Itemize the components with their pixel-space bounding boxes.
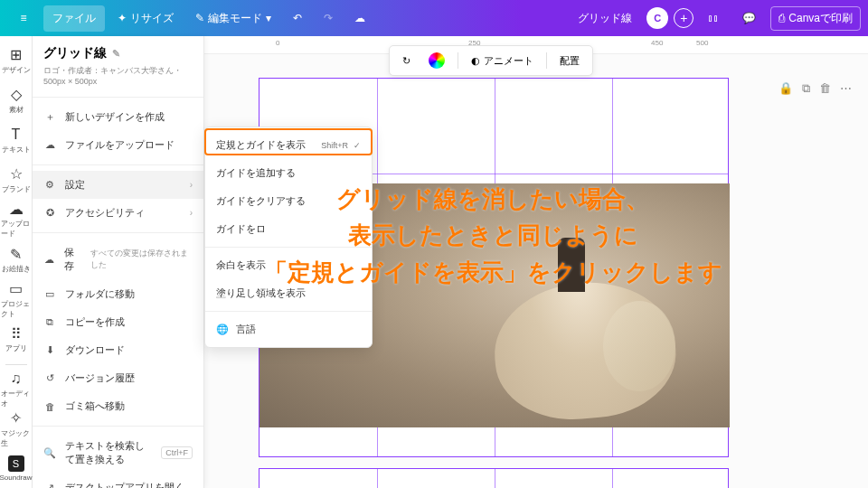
delete-page-icon[interactable]: 🗑: [819, 81, 831, 96]
rail-brand[interactable]: ☆ブランド: [1, 161, 32, 199]
cloud-check-icon: ☁: [43, 253, 55, 266]
rail-audio[interactable]: ♫オーディオ: [1, 371, 32, 408]
menu-desktop-app[interactable]: ↗デスクトップアプリを開く: [33, 474, 203, 488]
menu-icon: ≡: [16, 11, 31, 25]
folder-move-icon: ▭: [43, 288, 56, 301]
accessibility-icon: ✪: [43, 207, 56, 220]
redo-icon: ↷: [324, 12, 333, 24]
file-panel-subtitle: ロゴ・作成者：キャンバス大学さん・500px × 500px: [43, 65, 193, 86]
cloud-icon: ☁: [354, 12, 365, 24]
rail-upload[interactable]: ☁アップロード: [1, 201, 32, 239]
submenu-clear-guide[interactable]: ガイドをクリアする: [205, 187, 372, 215]
template-icon: ⊞: [8, 47, 24, 63]
search-icon: 🔍: [43, 446, 56, 459]
submenu-bleed[interactable]: 塗り足し領域を表示: [205, 279, 372, 307]
rail-magic[interactable]: ✧マジック生: [1, 410, 32, 448]
check-icon: ✓: [354, 141, 361, 150]
rail-soundraw[interactable]: SSoundraw: [1, 450, 32, 488]
redo-button[interactable]: ↷: [315, 6, 342, 30]
user-avatar[interactable]: C: [646, 7, 668, 29]
color-wheel-icon: [429, 52, 445, 69]
cloud-sync-button[interactable]: ☁: [345, 6, 374, 30]
download-icon: ⬇: [43, 344, 56, 357]
refresh-button[interactable]: ↻: [397, 52, 416, 70]
upload-icon: ☁: [8, 201, 24, 217]
submenu-add-guide[interactable]: ガイドを追加する: [205, 159, 372, 187]
soundraw-icon: S: [8, 455, 24, 472]
file-panel-title: グリッド線✎: [43, 45, 193, 61]
menu-save[interactable]: ☁保存すべての変更は保存されました: [33, 239, 203, 280]
duplicate-page-icon[interactable]: ⧉: [802, 81, 810, 96]
menu-search-replace[interactable]: 🔍テキストを検索して置き換えるCtrl+F: [33, 432, 203, 474]
wand-icon: ✧: [8, 410, 24, 427]
globe-icon: 🌐: [216, 324, 229, 335]
rail-apps[interactable]: ⠿アプリ: [1, 321, 32, 359]
menu-upload-file[interactable]: ☁ファイルをアップロード: [33, 131, 203, 159]
file-menu-panel: グリッド線✎ ロゴ・作成者：キャンバス大学さん・500px × 500px ＋新…: [33, 36, 204, 488]
gear-icon: ⚙: [43, 179, 56, 192]
edit-mode-button[interactable]: ✎編集モード▾: [186, 5, 280, 32]
external-icon: ↗: [43, 482, 56, 489]
share-add-button[interactable]: +: [674, 8, 693, 28]
refresh-icon: ↻: [402, 55, 410, 67]
lock-icon[interactable]: 🔒: [778, 81, 793, 96]
analytics-button[interactable]: ⫾⫾: [699, 6, 728, 30]
more-page-icon[interactable]: ⋯: [840, 81, 852, 96]
menu-accessibility[interactable]: ✪アクセシビリティ›: [33, 199, 203, 227]
settings-submenu: 定規とガイドを表示Shift+R✓ ガイドを追加する ガイドをクリアする ガイド…: [204, 127, 373, 348]
top-toolbar: ≡ ファイル ✦リサイズ ✎編集モード▾ ↶ ↷ ☁ グリッド線 C + ⫾⫾ …: [0, 0, 868, 36]
chevron-right-icon: ›: [190, 208, 193, 218]
undo-icon: ↶: [293, 12, 302, 24]
apps-icon: ⠿: [8, 325, 24, 342]
menu-settings[interactable]: ⚙設定›: [33, 171, 203, 199]
animate-icon: ◐: [471, 55, 480, 67]
folder-icon: ▭: [8, 281, 24, 297]
menu-move-folder[interactable]: ▭フォルダに移動: [33, 280, 203, 308]
rail-elements[interactable]: ◇素材: [1, 81, 32, 119]
print-button[interactable]: ⎙Canvaで印刷: [770, 6, 861, 31]
sparkle-icon: ✦: [118, 12, 127, 24]
submenu-margin[interactable]: 余白を表示: [205, 251, 372, 279]
chart-icon: ⫾⫾: [708, 12, 719, 24]
rail-projects[interactable]: ▭プロジェクト: [1, 281, 32, 319]
submenu-language[interactable]: 🌐言語: [205, 315, 372, 343]
submenu-lock-guide[interactable]: ガイドをロ: [205, 215, 372, 243]
menu-trash[interactable]: 🗑ゴミ箱へ移動: [33, 392, 203, 420]
comment-icon: 💬: [742, 12, 756, 24]
chevron-right-icon: ›: [190, 180, 193, 190]
edit-title-icon[interactable]: ✎: [112, 48, 120, 60]
music-icon: ♫: [8, 371, 24, 387]
comment-button[interactable]: 💬: [733, 6, 765, 30]
trash-icon: 🗑: [43, 400, 56, 413]
menu-history[interactable]: ↺バージョン履歴: [33, 364, 203, 392]
context-toolbar: ↻ ◐アニメート 配置: [389, 45, 593, 76]
history-icon: ↺: [43, 372, 56, 385]
cloud-upload-icon: ☁: [43, 139, 56, 152]
copy-icon: ⧉: [43, 316, 56, 329]
submenu-ruler-guide[interactable]: 定規とガイドを表示Shift+R✓: [205, 131, 372, 159]
plus-icon: ＋: [43, 111, 56, 124]
undo-button[interactable]: ↶: [284, 6, 311, 30]
shapes-icon: ◇: [8, 87, 24, 103]
file-menu-button[interactable]: ファイル: [43, 5, 105, 32]
pencil-icon: ✎: [195, 12, 204, 24]
chevron-down-icon: ▾: [266, 12, 271, 24]
rail-design[interactable]: ⊞デザイン: [1, 42, 32, 80]
color-button[interactable]: [423, 49, 450, 72]
text-icon: T: [8, 127, 24, 143]
resize-button[interactable]: ✦リサイズ: [108, 5, 183, 32]
menu-new-design[interactable]: ＋新しいデザインを作成: [33, 103, 203, 131]
menu-copy[interactable]: ⧉コピーを作成: [33, 308, 203, 336]
hamburger-menu[interactable]: ≡: [7, 5, 40, 31]
page-2[interactable]: [259, 468, 729, 488]
draw-icon: ✎: [8, 246, 24, 262]
rail-draw[interactable]: ✎お絵描き: [1, 240, 32, 278]
left-rail: ⊞デザイン ◇素材 Tテキスト ☆ブランド ☁アップロード ✎お絵描き ▭プロジ…: [0, 36, 33, 488]
page-controls: 🔒 ⧉ 🗑 ⋯: [778, 81, 852, 96]
position-button[interactable]: 配置: [554, 51, 585, 71]
menu-download[interactable]: ⬇ダウンロード: [33, 336, 203, 364]
rail-text[interactable]: Tテキスト: [1, 121, 32, 159]
document-title[interactable]: グリッド線: [569, 5, 641, 32]
animate-button[interactable]: ◐アニメート: [466, 51, 539, 71]
printer-icon: ⎙: [778, 12, 785, 24]
